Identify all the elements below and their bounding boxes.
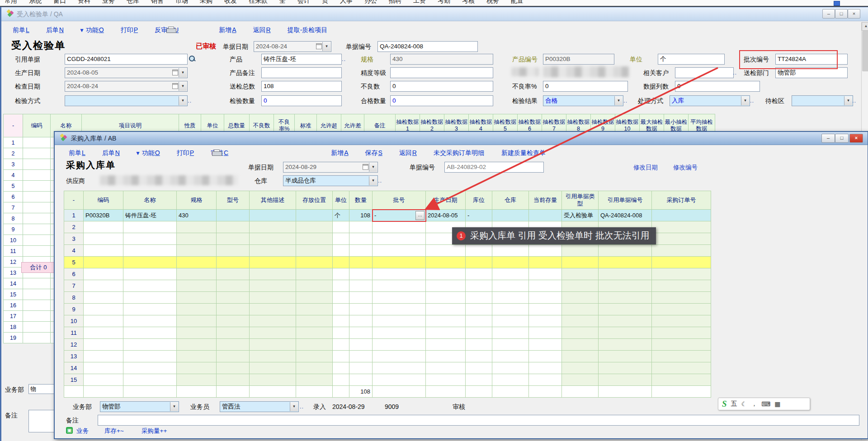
- toolbar-link[interactable]: 后单N: [101, 149, 120, 157]
- chevron-down-icon[interactable]: ▾: [741, 96, 749, 105]
- table2-cell[interactable]: [599, 374, 652, 386]
- table2-cell[interactable]: [652, 292, 711, 304]
- maximize-button[interactable]: □: [835, 9, 848, 19]
- table2-cell[interactable]: [217, 362, 250, 374]
- table2-cell[interactable]: [177, 339, 217, 351]
- ellipsis-dots[interactable]: ..: [623, 97, 627, 104]
- table2-cell[interactable]: [562, 362, 599, 374]
- menu-item[interactable]: 业务: [102, 0, 115, 5]
- mod-date-link[interactable]: 修改日期: [633, 164, 658, 172]
- table2-cell[interactable]: [652, 268, 711, 280]
- table1-cell[interactable]: [23, 181, 51, 192]
- precision-field[interactable]: [390, 67, 493, 78]
- row-number-cell[interactable]: 6: [3, 192, 23, 202]
- table2-cell[interactable]: [177, 233, 217, 245]
- table2-cell[interactable]: [84, 268, 123, 280]
- table2-cell[interactable]: [373, 339, 426, 351]
- menu-item[interactable]: 市场: [175, 0, 188, 5]
- scroll-up-icon[interactable]: ▲: [862, 22, 868, 31]
- table2-cell[interactable]: [333, 362, 349, 374]
- table2-cell[interactable]: [599, 362, 652, 374]
- table2-cell[interactable]: [296, 245, 333, 257]
- table2-cell[interactable]: [217, 210, 250, 221]
- table2-cell[interactable]: [250, 315, 296, 327]
- row-number-cell[interactable]: 7: [3, 202, 23, 213]
- table2-cell[interactable]: [426, 374, 466, 386]
- table1-cell[interactable]: [23, 213, 51, 224]
- table2-cell[interactable]: [492, 292, 529, 304]
- table2-cell[interactable]: [373, 292, 426, 304]
- menu-item[interactable]: 考勤: [438, 0, 450, 5]
- table2-cell[interactable]: [123, 268, 177, 280]
- table2-cell[interactable]: [426, 351, 466, 362]
- table2-cell[interactable]: [426, 245, 466, 257]
- ellipsis-dots[interactable]: ..: [188, 97, 192, 104]
- table2-cell[interactable]: [652, 374, 711, 386]
- insp-result-select[interactable]: 合格▾: [543, 95, 623, 106]
- table2-cell[interactable]: [177, 292, 217, 304]
- table2-cell[interactable]: [466, 362, 492, 374]
- row-number-cell[interactable]: 2: [64, 221, 84, 233]
- table2-cell[interactable]: [599, 268, 652, 280]
- table2-cell[interactable]: [123, 304, 177, 315]
- purchase-qty-link[interactable]: 采购量++: [142, 427, 167, 435]
- menu-item[interactable]: 人事: [340, 0, 353, 5]
- table2-cell[interactable]: [599, 245, 652, 257]
- product-field[interactable]: 铸件压盘-坯: [261, 54, 342, 65]
- row-number-cell[interactable]: 13: [3, 267, 23, 278]
- table2-cell[interactable]: [529, 292, 562, 304]
- table2-cell[interactable]: [492, 268, 529, 280]
- menu-item[interactable]: 窗口: [53, 0, 66, 5]
- table2-cell[interactable]: QA-240824-008: [599, 210, 652, 221]
- table2-cell[interactable]: [84, 257, 123, 268]
- menu-item[interactable]: 收发: [224, 0, 237, 5]
- table1-cell[interactable]: [23, 159, 51, 170]
- table2-cell[interactable]: 个: [333, 210, 349, 221]
- row-number-cell[interactable]: 10: [64, 315, 84, 327]
- table2-cell[interactable]: [529, 362, 562, 374]
- menu-item[interactable]: 页: [322, 0, 328, 5]
- table2-cell[interactable]: [84, 351, 123, 362]
- business-icon[interactable]: ▣: [66, 427, 73, 434]
- table2-cell[interactable]: [177, 315, 217, 327]
- row-number-cell[interactable]: 18: [3, 322, 23, 333]
- table2-cell[interactable]: [466, 351, 492, 362]
- table2-cell[interactable]: [466, 280, 492, 292]
- row-number-cell[interactable]: 10: [3, 235, 23, 246]
- prod-note-field[interactable]: [261, 67, 342, 78]
- table2-cell[interactable]: [349, 327, 373, 339]
- table2-cell[interactable]: [349, 362, 373, 374]
- table2-cell[interactable]: [349, 233, 373, 245]
- table2-cell[interactable]: [250, 292, 296, 304]
- clerk-select[interactable]: 管西法▾: [220, 401, 299, 412]
- chevron-down-icon[interactable]: ▾: [290, 402, 298, 411]
- menu-item[interactable]: 常用: [5, 0, 17, 5]
- row-number-cell[interactable]: 12: [3, 257, 23, 267]
- table2-cell[interactable]: [250, 233, 296, 245]
- table2-cell[interactable]: [296, 292, 333, 304]
- table2-cell[interactable]: [217, 292, 250, 304]
- table2-cell[interactable]: [466, 292, 492, 304]
- table2-cell[interactable]: [123, 374, 177, 386]
- table2-cell[interactable]: [426, 339, 466, 351]
- table2-cell[interactable]: [652, 339, 711, 351]
- doc-date-field[interactable]: 2024-08-24▾: [254, 41, 331, 52]
- table2-cell[interactable]: [466, 374, 492, 386]
- row-number-cell[interactable]: 9: [3, 224, 23, 235]
- table2-cell[interactable]: [333, 280, 349, 292]
- close-button[interactable]: ×: [849, 134, 863, 143]
- table2-cell[interactable]: [426, 268, 466, 280]
- table2-cell[interactable]: [562, 280, 599, 292]
- menu-item[interactable]: 税务: [486, 0, 499, 5]
- table2-cell[interactable]: [373, 280, 426, 292]
- table1-cell[interactable]: [23, 170, 51, 181]
- scroll-thumb[interactable]: [862, 31, 868, 71]
- table2-cell[interactable]: [349, 280, 373, 292]
- table2-cell[interactable]: [652, 210, 711, 221]
- table2-cell[interactable]: [529, 339, 562, 351]
- table2-cell[interactable]: [529, 257, 562, 268]
- table2-cell[interactable]: [84, 280, 123, 292]
- table1-cell[interactable]: [23, 289, 51, 300]
- menu-item[interactable]: 工资: [413, 0, 426, 5]
- table2-cell[interactable]: [652, 221, 711, 233]
